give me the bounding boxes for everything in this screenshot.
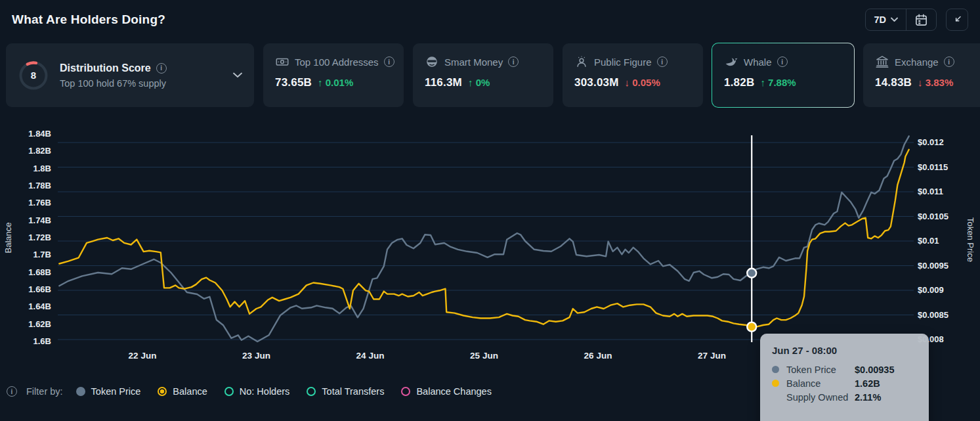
right-axis-tick: $0.008 [918, 334, 964, 345]
left-axis-tick: 1.8B [0, 164, 51, 174]
filter-option-balance-changes[interactable]: Balance Changes [401, 386, 491, 397]
filter-option-no-holders[interactable]: No: Holders [224, 386, 290, 397]
stat-card-header: Top 100 Addresses [275, 55, 392, 69]
page-title: What Are Holders Doing? [12, 12, 165, 27]
stat-card-change: ↑ 0.01% [318, 77, 353, 88]
stat-card-public-figure[interactable]: Public Figure303.03M↓ 0.05% [562, 43, 704, 108]
left-axis-tick: 1.68B [0, 267, 51, 278]
info-icon[interactable] [657, 56, 668, 67]
stat-card-whale[interactable]: Whale1.82B↑ 7.88% [712, 43, 855, 108]
right-axis-tick: $0.0105 [918, 211, 964, 222]
stat-card-values: 116.3M↑ 0% [425, 76, 542, 89]
smart-money-icon [425, 55, 439, 69]
distribution-score-title: Distribution Score [60, 62, 151, 74]
left-axis-tick: 1.82B [0, 146, 51, 156]
collapse-button[interactable] [946, 9, 968, 31]
panel-header: What Are Holders Doing? 7D [0, 0, 980, 39]
distribution-score-gauge: 8 [18, 60, 49, 91]
filter-option-balance[interactable]: Balance [158, 386, 207, 397]
left-axis-tick: 1.66B [0, 284, 51, 295]
radio-icon [307, 387, 316, 396]
stat-card-values: 73.65B↑ 0.01% [275, 76, 392, 89]
filter-option-label: No: Holders [240, 386, 290, 397]
info-icon[interactable] [384, 56, 394, 67]
stat-card-top-100-addresses[interactable]: Top 100 Addresses73.65B↑ 0.01% [263, 43, 404, 108]
stat-card-value: 14.83B [875, 76, 912, 89]
x-axis-tick: 26 Jun [575, 351, 621, 361]
stat-card-values: 303.03M↓ 0.05% [574, 76, 691, 89]
info-icon[interactable] [7, 386, 17, 397]
stat-card-label: Top 100 Addresses [295, 56, 379, 68]
stat-card-label: Exchange [895, 56, 939, 68]
stat-card-value: 303.03M [574, 76, 619, 89]
series-dot [772, 380, 779, 387]
filter-option-label: Total Transfers [322, 386, 384, 397]
tooltip-row-balance: Balance1.62B [772, 376, 917, 390]
info-icon[interactable] [508, 56, 519, 67]
tooltip-row-value: 2.11% [855, 392, 881, 403]
stat-card-label: Whale [744, 56, 772, 68]
filter-bar-label: Filter by: [26, 386, 63, 397]
collapse-icon [950, 13, 964, 26]
filter-option-label: Balance [173, 386, 207, 397]
stat-card-values: 1.82B↑ 7.88% [724, 76, 842, 89]
left-axis-tick: 1.64B [0, 301, 51, 312]
header-controls: 7D [865, 9, 968, 31]
stat-card-change: ↑ 7.88% [760, 77, 796, 88]
x-axis-tick: 23 Jun [234, 351, 280, 361]
filter-option-token-price[interactable]: Token Price [76, 386, 141, 397]
left-axis-tick: 1.62B [0, 319, 51, 330]
time-range-value: 7D [874, 14, 886, 25]
right-axis-tick: $0.0095 [918, 261, 964, 271]
filter-option-total-transfers[interactable]: Total Transfers [307, 386, 384, 397]
stat-card-label: Public Figure [594, 56, 652, 68]
right-axis-tick: $0.01 [918, 236, 964, 246]
info-icon[interactable] [944, 56, 954, 67]
token-price-line [59, 136, 908, 342]
banknote-icon [275, 55, 289, 69]
distribution-score-subtitle: Top 100 hold 67% supply [60, 78, 233, 89]
holders-panel: What Are Holders Doing? 7D [0, 0, 980, 421]
filter-bar: Filter by: Token PriceBalanceNo: Holders… [7, 383, 492, 400]
distribution-score-card[interactable]: 8 Distribution Score Top 100 hold 67% su… [5, 43, 255, 108]
left-axis-tick: 1.72B [0, 233, 51, 243]
public-figure-icon [574, 55, 589, 69]
info-icon[interactable] [777, 56, 788, 67]
filled-dot-icon [76, 387, 85, 396]
x-axis-tick: 25 Jun [461, 351, 507, 361]
stat-card-change: ↑ 0% [468, 77, 490, 88]
time-range-button[interactable]: 7D [866, 9, 906, 30]
left-axis-tick: 1.6B [0, 336, 51, 347]
stat-card-value: 73.65B [275, 76, 312, 89]
filter-option-label: Balance Changes [416, 386, 491, 397]
filter-option-label: Token Price [91, 386, 141, 397]
tooltip-row-value: 1.62B [855, 378, 880, 389]
stat-card-change: ↓ 3.83% [918, 77, 953, 88]
stat-card-exchange[interactable]: Exchange14.83B↓ 3.83% [863, 43, 980, 108]
stat-card-values: 14.83B↓ 3.83% [875, 76, 980, 89]
tooltip-row-supply-owned: Supply Owned2.11% [772, 390, 917, 404]
left-axis-tick: 1.76B [0, 198, 51, 208]
left-axis-tick: 1.78B [0, 181, 51, 191]
tooltip-title: Jun 27 - 08:00 [772, 345, 917, 356]
stat-card-header: Smart Money [425, 55, 542, 69]
calendar-button[interactable] [906, 9, 936, 30]
right-axis-tick: $0.0085 [918, 310, 964, 321]
balance-line [59, 150, 908, 327]
token-price-marker [747, 269, 756, 278]
chevron-down-icon[interactable] [233, 72, 242, 78]
left-axis-tick: 1.7B [0, 250, 51, 260]
stat-card-value: 1.82B [724, 76, 754, 89]
stat-card-header: Whale [724, 55, 842, 69]
info-icon[interactable] [156, 63, 167, 74]
tooltip-row-label: Supply Owned [786, 392, 855, 403]
radio-icon [224, 387, 234, 396]
radio-icon [401, 387, 410, 396]
tooltip-row-label: Token Price [786, 365, 855, 375]
exchange-icon [875, 55, 889, 69]
x-axis-tick: 27 Jun [689, 351, 735, 361]
stat-card-smart-money[interactable]: Smart Money116.3M↑ 0% [412, 43, 554, 108]
range-picker: 7D [865, 9, 937, 31]
radio-selected-icon [158, 387, 167, 396]
right-axis-tick: $0.012 [918, 137, 964, 148]
